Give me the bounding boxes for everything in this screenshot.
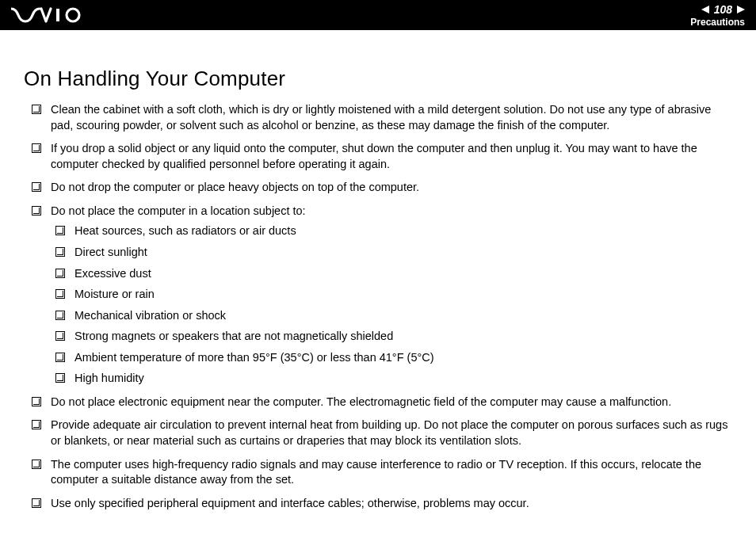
- list-item: Use only specified peripheral equipment …: [32, 496, 732, 512]
- page-number: 108: [714, 3, 732, 16]
- bullet-icon: [55, 353, 65, 362]
- list-item: High humidity: [55, 371, 732, 387]
- bullet-icon: [32, 460, 41, 469]
- list-item: Ambient temperature of more than 95°F (3…: [55, 350, 732, 366]
- bullet-icon: [55, 311, 65, 320]
- header-right: 108 Precautions: [690, 3, 745, 28]
- sub-list: Heat sources, such as radiators or air d…: [55, 223, 732, 387]
- list-item-text: If you drop a solid object or any liquid…: [51, 142, 697, 170]
- bullet-icon: [55, 289, 65, 299]
- bullet-icon: [32, 182, 41, 192]
- list-item-text: Do not drop the computer or place heavy …: [51, 181, 419, 193]
- list-item-text: Direct sunlight: [74, 246, 147, 258]
- header-bar: 108 Precautions: [0, 0, 756, 30]
- bullet-icon: [55, 247, 65, 257]
- list-item: Clean the cabinet with a soft cloth, whi…: [32, 102, 732, 133]
- section-label: Precautions: [690, 17, 745, 28]
- vaio-logo-svg: [11, 7, 87, 23]
- bullet-icon: [32, 397, 41, 406]
- next-page-arrow-icon[interactable]: [737, 6, 745, 13]
- bullet-icon: [55, 269, 65, 278]
- bullet-icon: [55, 226, 65, 235]
- bullet-icon: [55, 373, 65, 383]
- list-item: Direct sunlight: [55, 245, 732, 261]
- list-item: Provide adequate air circulation to prev…: [32, 418, 732, 448]
- bullet-icon: [32, 498, 41, 508]
- page-nav: 108: [690, 3, 745, 16]
- content-area: On Handling Your Computer Clean the cabi…: [0, 30, 756, 534]
- list-item: If you drop a solid object or any liquid…: [32, 141, 732, 172]
- list-item: Strong magnets or speakers that are not …: [55, 329, 732, 345]
- list-item: Moisture or rain: [55, 287, 732, 303]
- list-item-text: Strong magnets or speakers that are not …: [74, 330, 393, 342]
- vaio-logo: [11, 7, 87, 23]
- list-item-text: Mechanical vibration or shock: [74, 309, 226, 322]
- list-item: Do not place the computer in a location …: [32, 204, 732, 387]
- list-item-text: Ambient temperature of more than 95°F (3…: [74, 351, 434, 364]
- list-item-text: Do not place electronic equipment near t…: [51, 395, 671, 408]
- bullet-icon: [32, 206, 41, 216]
- precautions-list: Clean the cabinet with a soft cloth, whi…: [32, 102, 732, 511]
- svg-rect-0: [56, 9, 59, 21]
- list-item-text: Do not place the computer in a location …: [51, 204, 306, 217]
- list-item: Heat sources, such as radiators or air d…: [55, 223, 732, 239]
- list-item-text: The computer uses high-frequency radio s…: [51, 458, 701, 486]
- list-item-text: Provide adequate air circulation to prev…: [51, 418, 727, 447]
- list-item: Do not drop the computer or place heavy …: [32, 180, 732, 196]
- bullet-icon: [32, 420, 41, 429]
- list-item-text: High humidity: [74, 372, 144, 384]
- list-item: Do not place electronic equipment near t…: [32, 395, 732, 410]
- list-item-text: Use only specified peripheral equipment …: [51, 497, 529, 509]
- list-item: Mechanical vibration or shock: [55, 308, 732, 324]
- page-title: On Handling Your Computer: [24, 67, 732, 91]
- bullet-icon: [32, 105, 41, 114]
- svg-point-1: [67, 9, 79, 21]
- bullet-icon: [55, 331, 65, 341]
- list-item-text: Excessive dust: [74, 267, 151, 280]
- prev-page-arrow-icon[interactable]: [701, 6, 709, 13]
- list-item-text: Heat sources, such as radiators or air d…: [74, 224, 296, 237]
- list-item-text: Moisture or rain: [74, 288, 155, 300]
- bullet-icon: [32, 143, 41, 153]
- list-item: Excessive dust: [55, 266, 732, 282]
- list-item: The computer uses high-frequency radio s…: [32, 457, 732, 488]
- list-item-text: Clean the cabinet with a soft cloth, whi…: [51, 103, 711, 132]
